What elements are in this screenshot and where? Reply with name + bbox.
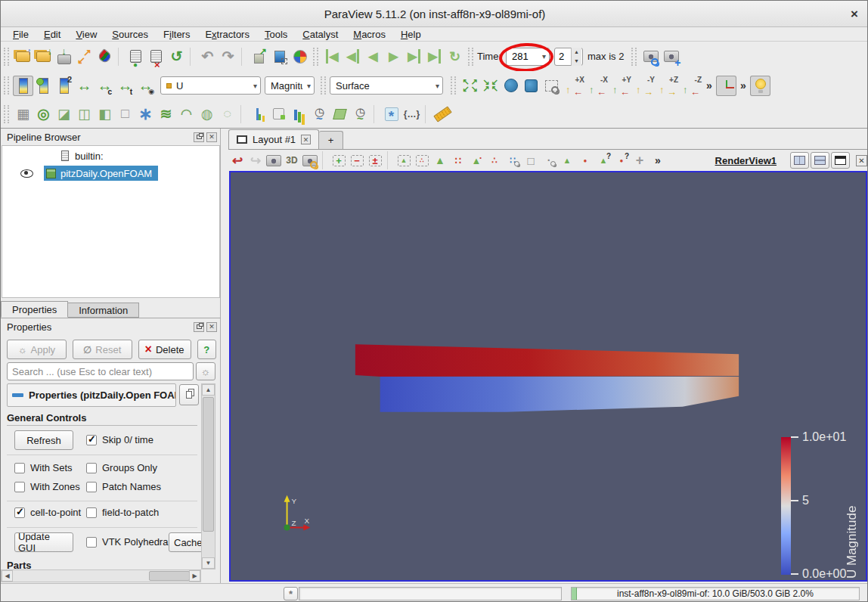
interactive-select-points-icon[interactable]	[540, 152, 558, 169]
view-minus-x-icon[interactable]: -X	[585, 76, 609, 96]
properties-vertical-scrollbar[interactable]: ▲ ▼	[201, 383, 215, 569]
view-plus-x-icon[interactable]: +X	[562, 76, 585, 96]
save-icon[interactable]	[33, 46, 54, 67]
camera-add-icon[interactable]	[661, 46, 681, 67]
rescale-custom-range-icon[interactable]	[95, 76, 115, 96]
field-to-patch-checkbox[interactable]	[86, 507, 97, 518]
menu-extractors[interactable]: Extractors	[197, 28, 257, 41]
toolbar-handle[interactable]	[468, 48, 473, 66]
with-zones-checkbox[interactable]	[14, 482, 25, 492]
overflow-icon[interactable]: »	[736, 76, 750, 96]
apply-button[interactable]: Apply	[7, 340, 67, 359]
close-view-button[interactable]: ✕	[856, 155, 867, 166]
view-plus-y-icon[interactable]: +Y	[609, 76, 632, 96]
camera-search-icon[interactable]	[640, 46, 661, 67]
pipeline-item-source[interactable]: pitzDaily.OpenFOAM	[2, 166, 219, 181]
close-icon[interactable]: ✕	[206, 132, 217, 142]
copy-properties-button[interactable]	[179, 384, 199, 405]
edit-color-map-icon[interactable]	[33, 76, 54, 96]
time-value-input[interactable]	[512, 51, 538, 62]
rescale-data-range-icon[interactable]	[74, 76, 95, 96]
menu-filters[interactable]: Filters	[156, 28, 197, 41]
pipeline-item-builtin[interactable]: builtin:	[2, 148, 219, 163]
new-layout-tab[interactable]: +	[319, 131, 343, 149]
cache-button[interactable]: Cache	[169, 532, 201, 552]
scroll-right-icon[interactable]: ▶	[189, 570, 200, 582]
rescale-visible-range-icon[interactable]	[135, 76, 156, 96]
delete-button[interactable]: Delete	[138, 340, 191, 359]
clip-icon[interactable]	[54, 104, 74, 124]
menu-tools[interactable]: Tools	[257, 28, 295, 41]
representation-combobox[interactable]: Surface ▾	[330, 76, 443, 95]
selection-toggle-icon[interactable]	[366, 152, 384, 169]
scrollbar-thumb[interactable]	[149, 571, 190, 581]
tab-properties[interactable]: Properties	[1, 301, 68, 318]
window-close-button[interactable]: ×	[851, 7, 858, 22]
zoom-to-box-icon[interactable]	[541, 76, 562, 96]
overflow-icon[interactable]: »	[702, 76, 716, 96]
menu-macros[interactable]: Macros	[346, 28, 393, 41]
frame-spinbox[interactable]: ▲▼	[554, 48, 583, 66]
menu-sources[interactable]: Sources	[104, 28, 156, 41]
scrollbar-thumb[interactable]	[203, 397, 214, 532]
help-button[interactable]: ?	[197, 340, 216, 359]
cell-to-point-checkbox[interactable]	[14, 507, 25, 518]
properties-horizontal-scrollbar[interactable]: ◀ ▶	[1, 569, 201, 582]
time-value-combobox[interactable]: ▾	[506, 48, 550, 66]
plot-over-line-icon[interactable]	[248, 104, 268, 124]
vcr-loop-icon[interactable]	[445, 46, 465, 67]
mode-3d-icon[interactable]: 3D	[283, 152, 301, 169]
capture-screenshot-icon[interactable]	[74, 46, 95, 67]
selection-add-icon[interactable]	[330, 152, 348, 169]
toolbar-handle[interactable]	[4, 76, 9, 95]
select-cells-rect-icon[interactable]	[395, 152, 413, 169]
reset-camera-icon[interactable]	[460, 76, 480, 96]
reset-session-icon[interactable]	[166, 46, 187, 67]
slice-icon[interactable]	[74, 104, 95, 124]
zoom-closest-to-data-icon[interactable]	[521, 76, 541, 96]
vcr-back-icon[interactable]	[343, 46, 363, 67]
visibility-eye-icon[interactable]	[20, 169, 33, 178]
plot-over-time-icon[interactable]	[309, 104, 330, 124]
histogram-icon[interactable]	[289, 104, 309, 124]
gear-icon[interactable]: ☼	[196, 362, 215, 380]
color-palette-icon[interactable]	[290, 46, 310, 67]
color-array-combobox[interactable]: U ▾	[160, 76, 261, 95]
toolbar-handle[interactable]	[631, 48, 637, 66]
update-gui-button[interactable]: Update GUI	[14, 532, 73, 552]
reset-camera-closest-icon[interactable]	[501, 76, 521, 96]
spin-down-icon[interactable]: ▼	[572, 57, 581, 66]
component-combobox[interactable]: Magnitu ▾	[265, 76, 315, 95]
scroll-down-icon[interactable]: ▼	[202, 557, 215, 569]
menu-help[interactable]: Help	[393, 28, 429, 41]
vcr-first-icon[interactable]	[322, 46, 343, 67]
toolbar-handle[interactable]	[321, 76, 326, 95]
hover-cells-icon[interactable]	[558, 152, 576, 169]
plot-data-over-time-icon[interactable]	[350, 104, 370, 124]
overflow-icon[interactable]: »	[649, 152, 667, 169]
capture-view-icon[interactable]	[265, 152, 283, 169]
view-minus-z-icon[interactable]: -Z	[679, 76, 702, 96]
probe-location-icon[interactable]	[381, 104, 401, 124]
spin-up-icon[interactable]: ▲	[572, 48, 581, 57]
undo-icon[interactable]	[197, 46, 218, 67]
groups-only-checkbox[interactable]	[86, 463, 97, 473]
vcr-reverse-icon[interactable]	[363, 46, 383, 67]
ruler-icon[interactable]	[432, 104, 453, 124]
toolbar-handle[interactable]	[451, 76, 456, 95]
grow-selection-icon[interactable]	[631, 152, 649, 169]
glyph-icon[interactable]	[135, 104, 156, 124]
tab-information[interactable]: Information	[68, 303, 139, 318]
patch-names-checkbox[interactable]	[86, 482, 97, 492]
undock-icon[interactable]	[194, 132, 204, 142]
render-view-name[interactable]: RenderView1	[715, 155, 777, 166]
menu-edit[interactable]: Edit	[36, 28, 68, 41]
select-points-through-icon[interactable]	[449, 152, 467, 169]
frame-input[interactable]	[559, 51, 569, 62]
select-block-icon[interactable]	[522, 152, 540, 169]
menu-file[interactable]: File	[5, 28, 36, 41]
interactive-select-cells-icon[interactable]	[504, 152, 522, 169]
select-points-polygon-icon[interactable]	[485, 152, 504, 169]
scroll-up-icon[interactable]: ▲	[202, 384, 215, 396]
auto-apply-icon[interactable]	[249, 46, 269, 67]
